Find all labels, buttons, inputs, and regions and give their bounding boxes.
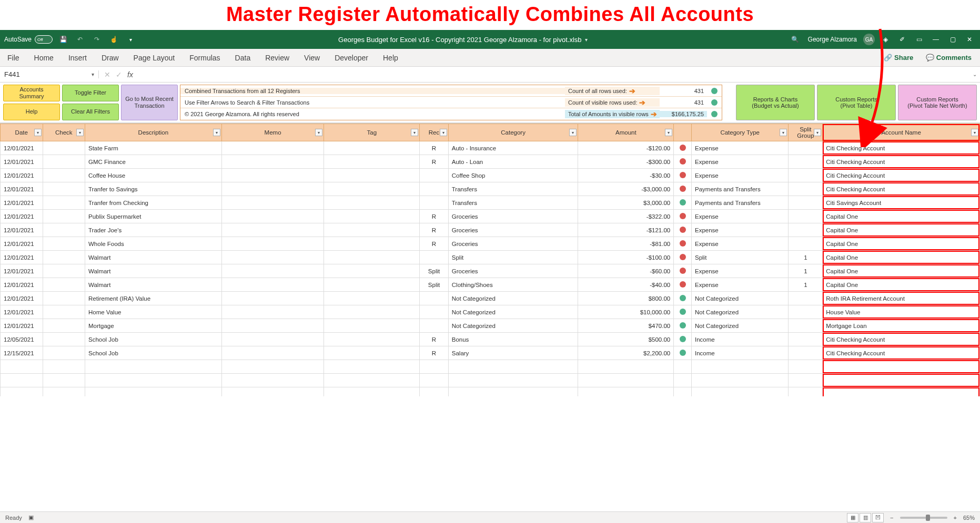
- filter-dropdown-icon[interactable]: ▾: [411, 129, 418, 136]
- table-row[interactable]: 12/01/2021State FarmRAuto - Insurance-$1…: [1, 141, 980, 155]
- save-icon[interactable]: 💾: [57, 33, 69, 46]
- cell-rec[interactable]: R: [420, 223, 449, 237]
- cell-category-type[interactable]: Expense: [692, 278, 789, 292]
- cell-check[interactable]: [43, 141, 85, 155]
- fx-icon[interactable]: fx: [127, 70, 133, 79]
- cell-rec[interactable]: R: [420, 141, 449, 155]
- cell-date[interactable]: 12/01/2021: [1, 210, 43, 223]
- ribbon-tab-developer[interactable]: Developer: [332, 50, 370, 65]
- cell-empty[interactable]: [823, 374, 980, 387]
- cell-tag[interactable]: [324, 182, 420, 196]
- cell-split[interactable]: [789, 292, 823, 305]
- cell-split[interactable]: [789, 196, 823, 210]
- diamond-icon[interactable]: ◈: [879, 33, 892, 46]
- cell-desc[interactable]: State Farm: [85, 141, 222, 155]
- table-row[interactable]: 12/01/2021WalmartSplitClothing/Shoes-$40…: [1, 278, 980, 292]
- cell-amount[interactable]: -$30.00: [578, 169, 674, 182]
- close-icon[interactable]: ✕: [963, 33, 976, 46]
- cell-date[interactable]: 12/01/2021: [1, 278, 43, 292]
- cell-category-type[interactable]: Not Categorized: [692, 292, 789, 305]
- table-row-empty[interactable]: [1, 387, 980, 397]
- cell-date[interactable]: 12/01/2021: [1, 237, 43, 251]
- cell-memo[interactable]: [221, 319, 324, 333]
- formula-expand-icon[interactable]: ⌄: [969, 71, 980, 77]
- table-row[interactable]: 12/01/2021Whole FoodsRGroceries-$81.00Ex…: [1, 237, 980, 251]
- cell-desc[interactable]: Home Value: [85, 305, 222, 319]
- ribbon-tab-draw[interactable]: Draw: [99, 50, 121, 65]
- undo-icon[interactable]: ↶: [74, 33, 86, 46]
- cell-account[interactable]: Citi Checking Account: [823, 141, 980, 155]
- cell-rec[interactable]: [420, 319, 449, 333]
- cell-date[interactable]: 12/01/2021: [1, 264, 43, 278]
- col-header[interactable]: Date▾: [1, 124, 43, 141]
- cell-empty[interactable]: [448, 360, 578, 374]
- cell-category[interactable]: Split: [448, 251, 578, 264]
- cell-check[interactable]: [43, 196, 85, 210]
- cell-category-type[interactable]: Not Categorized: [692, 305, 789, 319]
- wand-icon[interactable]: ✐: [896, 33, 908, 46]
- cell-category[interactable]: Bonus: [448, 333, 578, 346]
- cell-account[interactable]: Capital One: [823, 210, 980, 223]
- cell-empty[interactable]: [221, 374, 324, 387]
- cell-date[interactable]: 12/01/2021: [1, 155, 43, 169]
- cell-empty[interactable]: [1, 360, 43, 374]
- table-row-empty[interactable]: [1, 360, 980, 374]
- cell-memo[interactable]: [221, 237, 324, 251]
- cell-rec[interactable]: [420, 182, 449, 196]
- accept-formula-icon[interactable]: ✓: [116, 70, 122, 79]
- cell-amount[interactable]: -$300.00: [578, 155, 674, 169]
- cell-split[interactable]: [789, 346, 823, 360]
- cell-split[interactable]: [789, 237, 823, 251]
- cell-empty[interactable]: [324, 387, 420, 397]
- cell-category[interactable]: Coffee Shop: [448, 169, 578, 182]
- cell-account[interactable]: Citi Checking Account: [823, 169, 980, 182]
- filter-dropdown-icon[interactable]: ▾: [315, 129, 322, 136]
- register-table-wrap[interactable]: Date▾Check▾Description▾Memo▾Tag▾Rec▾Cate…: [0, 123, 980, 396]
- cell-empty[interactable]: [324, 360, 420, 374]
- cell-date[interactable]: 12/05/2021: [1, 333, 43, 346]
- table-row[interactable]: 12/15/2021School JobRSalary$2,200.00Inco…: [1, 346, 980, 360]
- cell-check[interactable]: [43, 264, 85, 278]
- goto-recent-button[interactable]: Go to Most Recent Transaction: [121, 85, 178, 120]
- cell-category-type[interactable]: Payments and Transfers: [692, 196, 789, 210]
- cell-category-type[interactable]: Expense: [692, 223, 789, 237]
- filter-dropdown-icon[interactable]: ▾: [814, 129, 821, 136]
- table-row[interactable]: 12/01/2021MortgageNot Categorized$470.00…: [1, 319, 980, 333]
- cell-account[interactable]: Capital One: [823, 264, 980, 278]
- cell-category-type[interactable]: Expense: [692, 169, 789, 182]
- cell-account[interactable]: Capital One: [823, 278, 980, 292]
- cell-rec[interactable]: [420, 305, 449, 319]
- cell-check[interactable]: [43, 319, 85, 333]
- col-header[interactable]: Split Group▾: [789, 124, 823, 141]
- cell-memo[interactable]: [221, 141, 324, 155]
- formula-input[interactable]: [138, 70, 969, 78]
- cell-empty[interactable]: [789, 387, 823, 397]
- col-header[interactable]: Rec▾: [420, 124, 449, 141]
- share-button[interactable]: 🔗 Share: [881, 52, 916, 64]
- cell-category-type[interactable]: Expense: [692, 141, 789, 155]
- cell-empty[interactable]: [420, 360, 449, 374]
- cell-tag[interactable]: [324, 141, 420, 155]
- cell-date[interactable]: 12/01/2021: [1, 251, 43, 264]
- cell-tag[interactable]: [324, 210, 420, 223]
- touch-icon[interactable]: ☝: [107, 33, 120, 46]
- cell-empty[interactable]: [221, 387, 324, 397]
- ribbon-tab-data[interactable]: Data: [233, 50, 253, 65]
- search-icon[interactable]: 🔍: [789, 33, 802, 46]
- cell-desc[interactable]: Retirement (IRA) Value: [85, 292, 222, 305]
- cell-empty[interactable]: [789, 374, 823, 387]
- col-header[interactable]: Memo▾: [221, 124, 324, 141]
- cell-amount[interactable]: $470.00: [578, 319, 674, 333]
- col-header[interactable]: Amount▾: [578, 124, 674, 141]
- col-header[interactable]: [674, 124, 692, 141]
- cell-amount[interactable]: -$81.00: [578, 237, 674, 251]
- cell-tag[interactable]: [324, 251, 420, 264]
- cell-check[interactable]: [43, 169, 85, 182]
- redo-icon[interactable]: ↷: [90, 33, 103, 46]
- cell-memo[interactable]: [221, 155, 324, 169]
- cell-memo[interactable]: [221, 251, 324, 264]
- cell-tag[interactable]: [324, 333, 420, 346]
- cell-category[interactable]: Transfers: [448, 196, 578, 210]
- cell-account[interactable]: Mortgage Loan: [823, 319, 980, 333]
- maximize-icon[interactable]: ▢: [946, 33, 959, 46]
